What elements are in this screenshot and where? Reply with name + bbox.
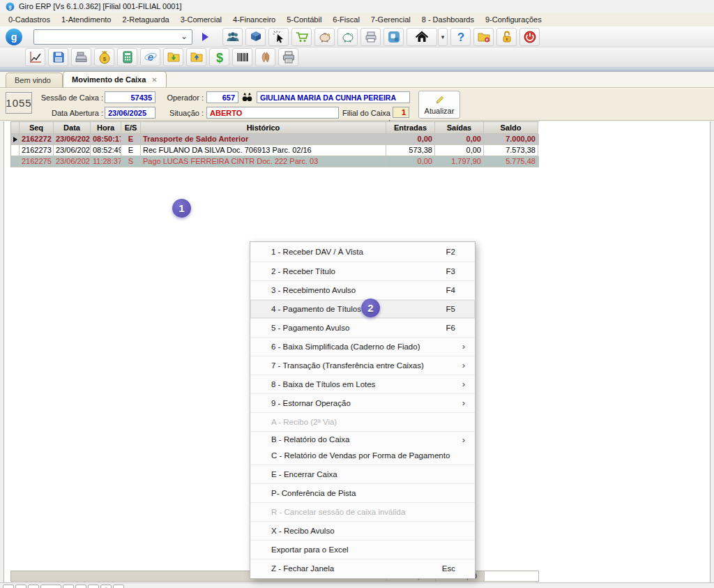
help-button[interactable]: ? xyxy=(450,28,471,46)
save-button[interactable] xyxy=(48,48,68,66)
unlock-button[interactable] xyxy=(496,28,517,46)
home-button[interactable] xyxy=(407,28,437,46)
menu-item-encerrar-caixa[interactable]: E - Encerrar Caixa xyxy=(250,465,475,483)
cube-button[interactable] xyxy=(245,28,266,46)
menu-cadastros[interactable]: 0-Cadastros xyxy=(3,14,56,25)
col-data[interactable]: Data xyxy=(54,122,91,134)
menu-item-relatorio-vendas-forma-pagamento[interactable]: C - Relatório de Vendas por Forma de Pag… xyxy=(250,448,475,465)
nav-prev-button[interactable]: ◂ xyxy=(28,585,39,588)
quick-search-combobox[interactable]: ⌄ xyxy=(33,29,192,45)
annotation-badge-1: 1 xyxy=(172,199,191,218)
menu-item-recibo-avulso[interactable]: X - Recibo Avulso xyxy=(250,521,475,540)
nav-first-button[interactable]: « xyxy=(3,585,14,588)
cash-operations-context-menu: 1 - Receber DAV / À VistaF2 2 - Receber … xyxy=(250,241,476,579)
money-bag-button[interactable]: $ xyxy=(94,48,114,66)
nav-cancel-button[interactable]: × xyxy=(113,585,124,588)
cell-es: E xyxy=(121,134,141,145)
menu-item-exportar-excel[interactable]: Exportar para o Excel xyxy=(250,540,475,559)
barcode-button[interactable] xyxy=(232,48,252,66)
browser-button[interactable]: e xyxy=(140,48,160,66)
annotation-badge-2: 2 xyxy=(361,299,380,317)
cell-saidas: 0,00 xyxy=(435,134,484,145)
svg-text:g: g xyxy=(11,31,17,43)
menu-financeiro[interactable]: 4-Financeiro xyxy=(227,14,281,25)
app-logo-icon: g xyxy=(6,2,15,11)
tab-movimento-de-caixa[interactable]: Movimento de Caixa✕ xyxy=(63,71,167,87)
table-row[interactable]: 2162275 23/06/2025 11:28:37 S Pago LUCAS… xyxy=(11,156,539,167)
menu-item-label: B - Relatório do Caixa xyxy=(271,435,350,444)
menu-atendimento[interactable]: 1-Atendimento xyxy=(56,14,117,25)
col-historico[interactable]: Histórico xyxy=(141,122,386,134)
folder-error-button[interactable] xyxy=(473,28,494,46)
print-report-button[interactable] xyxy=(278,48,298,66)
chart-button[interactable] xyxy=(25,48,45,66)
menu-comercial[interactable]: 3-Comercial xyxy=(175,14,227,25)
menu-item-baixa-titulos-lotes[interactable]: 8 - Baixa de Títulos em Lotes› xyxy=(250,375,475,393)
nav-next-page-button[interactable]: › xyxy=(75,585,86,588)
browser-icon: e xyxy=(144,50,158,64)
col-seq[interactable]: Seq xyxy=(20,122,54,134)
piggy-bank-alt-button[interactable] xyxy=(337,28,358,46)
menu-item-relatorio-do-caixa[interactable]: B - Relatório do Caixa› xyxy=(250,431,475,448)
shortcut-label: F2 xyxy=(446,243,455,261)
menu-item-conferencia-de-pista[interactable]: P- Conferência de Pista xyxy=(250,483,475,502)
combo-arrow-icon[interactable]: ⌄ xyxy=(181,31,188,41)
folder-download-button[interactable] xyxy=(163,48,183,66)
menu-item-receber-dav[interactable]: 1 - Receber DAV / À VistaF2 xyxy=(250,243,475,262)
col-saldo[interactable]: Saldo xyxy=(484,122,538,134)
menu-fiscal[interactable]: 6-Fiscal xyxy=(327,14,365,25)
submenu-arrow-icon: › xyxy=(462,375,465,393)
operador-codigo-field[interactable]: 657 xyxy=(206,91,238,103)
power-button[interactable] xyxy=(519,28,540,46)
home-dropdown-button[interactable]: ▾ xyxy=(438,28,448,46)
menu-item-baixa-simplificada[interactable]: 6 - Baixa Simplificada (Caderno de Fiado… xyxy=(250,337,475,356)
nav-refresh-button[interactable]: * xyxy=(100,585,112,588)
table-row[interactable]: 2162273 23/06/2025 08:52:49 E Rec FULANO… xyxy=(11,145,539,156)
table-row[interactable]: 2162272 23/06/2025 08:50:17 E Transporte… xyxy=(11,134,539,145)
menu-configuracoes[interactable]: 9-Configurações xyxy=(480,14,547,25)
menu-item-recebimento-avulso[interactable]: 3 - Recebimento AvulsoF4 xyxy=(250,280,475,299)
nav-prev-page-button[interactable]: ‹ xyxy=(15,585,26,588)
menu-retaguarda[interactable]: 2-Retaguarda xyxy=(116,14,174,25)
operador-nome-field[interactable]: GIULIANA MARIA DA CUNHA PEREIRA xyxy=(257,91,410,103)
menu-item-pagamento-avulso[interactable]: 5 - Pagamento AvulsoF6 xyxy=(250,318,475,337)
tab-bem-vindo[interactable]: Bem vindo xyxy=(6,73,63,87)
menu-item-cancelar-sessao-invalida: R - Cancelar sessão de caixa inválida xyxy=(250,502,475,521)
run-button[interactable] xyxy=(202,33,208,41)
app-window-button[interactable] xyxy=(383,28,404,46)
menu-item-fechar-janela[interactable]: Z - Fechar JanelaEsc xyxy=(250,559,475,578)
cell-seq: 2162273 xyxy=(20,145,54,156)
menu-item-label: X - Recibo Avulso xyxy=(271,527,335,535)
caixa-number-box: 1055 xyxy=(6,92,32,114)
users-button[interactable] xyxy=(222,28,243,46)
menu-item-estornar-operacao[interactable]: 9 - Estornar Operação› xyxy=(250,393,475,412)
svg-text:e: e xyxy=(147,51,153,63)
menu-contabil[interactable]: 5-Contábil xyxy=(281,14,327,25)
data-abertura-field[interactable]: 23/06/2025 xyxy=(105,107,155,119)
folder-upload-button[interactable] xyxy=(186,48,206,66)
menu-item-transacao[interactable]: 7 - Transação (Transferência entre Caixa… xyxy=(250,356,475,375)
atualizar-button[interactable]: Atualizar xyxy=(418,91,460,119)
filial-caixa-field[interactable]: 1 xyxy=(393,107,409,118)
menu-dashboards[interactable]: 8 - Dashboards xyxy=(416,14,480,25)
printer-small-button[interactable] xyxy=(360,28,381,46)
hands-button[interactable] xyxy=(255,48,275,66)
shopping-cart-button[interactable] xyxy=(291,28,312,46)
dollar-button[interactable]: $ xyxy=(209,48,229,66)
nav-next-button[interactable]: ▸ xyxy=(63,585,74,588)
click-pointer-button[interactable] xyxy=(268,28,289,46)
nav-last-button[interactable]: » xyxy=(88,585,99,588)
col-entradas[interactable]: Entradas xyxy=(386,122,435,134)
calculator-money-button[interactable] xyxy=(117,48,137,66)
col-hora[interactable]: Hora xyxy=(91,122,121,134)
sessao-caixa-field[interactable]: 57435 xyxy=(105,91,155,103)
menu-gerencial[interactable]: 7-Gerencial xyxy=(365,14,416,25)
col-saidas[interactable]: Saídas xyxy=(435,122,484,134)
close-tab-icon[interactable]: ✕ xyxy=(151,76,157,84)
menu-item-receber-titulo[interactable]: 2 - Receber TítuloF3 xyxy=(250,262,475,280)
cash-register-button[interactable] xyxy=(71,48,91,66)
piggy-bank-button[interactable] xyxy=(314,28,335,46)
col-es[interactable]: E/S xyxy=(121,122,141,134)
search-operator-button[interactable] xyxy=(241,91,253,105)
tab-label: Movimento de Caixa xyxy=(72,75,146,84)
